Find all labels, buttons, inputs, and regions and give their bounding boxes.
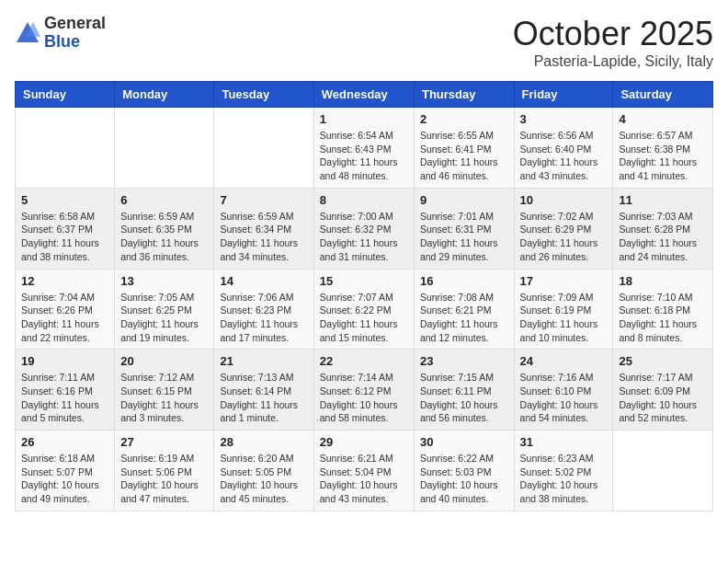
day-number: 15 <box>320 274 408 288</box>
day-number: 26 <box>21 435 108 449</box>
day-cell <box>613 431 713 511</box>
day-info: Sunrise: 6:56 AM Sunset: 6:40 PM Dayligh… <box>520 129 608 183</box>
week-row-3: 12Sunrise: 7:04 AM Sunset: 6:26 PM Dayli… <box>16 269 713 350</box>
day-info: Sunrise: 7:16 AM Sunset: 6:10 PM Dayligh… <box>520 371 608 425</box>
page-header: General Blue October 2025 Pasteria-Lapid… <box>15 15 713 70</box>
day-number: 13 <box>120 274 208 288</box>
day-info: Sunrise: 7:00 AM Sunset: 6:32 PM Dayligh… <box>320 210 408 264</box>
day-cell: 27Sunrise: 6:19 AM Sunset: 5:06 PM Dayli… <box>115 431 214 511</box>
day-info: Sunrise: 7:07 AM Sunset: 6:22 PM Dayligh… <box>320 291 408 345</box>
day-number: 24 <box>520 354 608 368</box>
day-cell: 13Sunrise: 7:05 AM Sunset: 6:25 PM Dayli… <box>115 269 214 350</box>
week-row-2: 5Sunrise: 6:58 AM Sunset: 6:37 PM Daylig… <box>16 188 713 269</box>
day-cell: 17Sunrise: 7:09 AM Sunset: 6:19 PM Dayli… <box>514 269 613 350</box>
day-cell: 31Sunrise: 6:23 AM Sunset: 5:02 PM Dayli… <box>514 431 613 511</box>
week-row-4: 19Sunrise: 7:11 AM Sunset: 6:16 PM Dayli… <box>16 350 713 431</box>
day-cell: 23Sunrise: 7:15 AM Sunset: 6:11 PM Dayli… <box>414 350 514 431</box>
day-number: 3 <box>520 112 608 126</box>
day-info: Sunrise: 7:02 AM Sunset: 6:29 PM Dayligh… <box>520 210 608 264</box>
logo: General Blue <box>15 15 106 52</box>
day-cell: 5Sunrise: 6:58 AM Sunset: 6:37 PM Daylig… <box>16 188 115 269</box>
day-info: Sunrise: 6:21 AM Sunset: 5:04 PM Dayligh… <box>320 452 408 506</box>
day-cell: 29Sunrise: 6:21 AM Sunset: 5:04 PM Dayli… <box>313 431 414 511</box>
day-info: Sunrise: 7:15 AM Sunset: 6:11 PM Dayligh… <box>420 371 508 425</box>
day-number: 4 <box>619 112 707 126</box>
day-cell: 19Sunrise: 7:11 AM Sunset: 6:16 PM Dayli… <box>16 350 115 431</box>
week-row-1: 1Sunrise: 6:54 AM Sunset: 6:43 PM Daylig… <box>16 108 713 189</box>
logo-icon <box>15 20 40 46</box>
weekday-header-wednesday: Wednesday <box>313 82 414 108</box>
day-info: Sunrise: 6:22 AM Sunset: 5:03 PM Dayligh… <box>420 452 508 506</box>
day-cell: 4Sunrise: 6:57 AM Sunset: 6:38 PM Daylig… <box>613 108 713 189</box>
day-info: Sunrise: 7:11 AM Sunset: 6:16 PM Dayligh… <box>21 371 108 425</box>
day-info: Sunrise: 7:05 AM Sunset: 6:25 PM Dayligh… <box>120 291 208 345</box>
day-info: Sunrise: 6:58 AM Sunset: 6:37 PM Dayligh… <box>21 210 108 264</box>
day-number: 25 <box>619 354 707 368</box>
day-info: Sunrise: 7:12 AM Sunset: 6:15 PM Dayligh… <box>120 371 208 425</box>
weekday-header-thursday: Thursday <box>414 82 514 108</box>
day-info: Sunrise: 7:09 AM Sunset: 6:19 PM Dayligh… <box>520 291 608 345</box>
day-info: Sunrise: 7:10 AM Sunset: 6:18 PM Dayligh… <box>619 291 707 345</box>
weekday-header-tuesday: Tuesday <box>214 82 313 108</box>
day-info: Sunrise: 7:01 AM Sunset: 6:31 PM Dayligh… <box>420 210 508 264</box>
day-number: 14 <box>220 274 307 288</box>
day-cell: 25Sunrise: 7:17 AM Sunset: 6:09 PM Dayli… <box>613 350 713 431</box>
day-number: 18 <box>619 274 707 288</box>
day-cell <box>115 108 214 189</box>
day-cell: 22Sunrise: 7:14 AM Sunset: 6:12 PM Dayli… <box>313 350 414 431</box>
day-info: Sunrise: 7:04 AM Sunset: 6:26 PM Dayligh… <box>21 291 108 345</box>
day-cell: 8Sunrise: 7:00 AM Sunset: 6:32 PM Daylig… <box>313 188 414 269</box>
day-info: Sunrise: 7:08 AM Sunset: 6:21 PM Dayligh… <box>420 291 508 345</box>
day-cell: 10Sunrise: 7:02 AM Sunset: 6:29 PM Dayli… <box>514 188 613 269</box>
day-cell: 3Sunrise: 6:56 AM Sunset: 6:40 PM Daylig… <box>514 108 613 189</box>
day-info: Sunrise: 6:59 AM Sunset: 6:35 PM Dayligh… <box>120 210 208 264</box>
day-cell: 28Sunrise: 6:20 AM Sunset: 5:05 PM Dayli… <box>214 431 313 511</box>
day-info: Sunrise: 7:13 AM Sunset: 6:14 PM Dayligh… <box>220 371 307 425</box>
day-info: Sunrise: 6:19 AM Sunset: 5:06 PM Dayligh… <box>120 452 208 506</box>
weekday-header-monday: Monday <box>115 82 214 108</box>
day-info: Sunrise: 6:18 AM Sunset: 5:07 PM Dayligh… <box>21 452 108 506</box>
day-cell: 16Sunrise: 7:08 AM Sunset: 6:21 PM Dayli… <box>414 269 514 350</box>
weekday-header-sunday: Sunday <box>16 82 115 108</box>
day-info: Sunrise: 6:54 AM Sunset: 6:43 PM Dayligh… <box>320 129 408 183</box>
day-number: 22 <box>320 354 408 368</box>
day-number: 21 <box>220 354 307 368</box>
day-number: 16 <box>420 274 508 288</box>
day-number: 8 <box>320 193 408 207</box>
day-number: 11 <box>619 193 707 207</box>
day-number: 6 <box>120 193 208 207</box>
day-number: 10 <box>520 193 608 207</box>
title-block: October 2025 Pasteria-Lapide, Sicily, It… <box>513 15 713 70</box>
day-number: 23 <box>420 354 508 368</box>
day-number: 31 <box>520 435 608 449</box>
day-cell: 6Sunrise: 6:59 AM Sunset: 6:35 PM Daylig… <box>115 188 214 269</box>
day-cell: 14Sunrise: 7:06 AM Sunset: 6:23 PM Dayli… <box>214 269 313 350</box>
day-info: Sunrise: 6:57 AM Sunset: 6:38 PM Dayligh… <box>619 129 707 183</box>
day-number: 2 <box>420 112 508 126</box>
day-cell: 11Sunrise: 7:03 AM Sunset: 6:28 PM Dayli… <box>613 188 713 269</box>
day-number: 20 <box>120 354 208 368</box>
day-number: 29 <box>320 435 408 449</box>
logo-text: General Blue <box>44 15 106 52</box>
day-cell: 18Sunrise: 7:10 AM Sunset: 6:18 PM Dayli… <box>613 269 713 350</box>
day-cell: 20Sunrise: 7:12 AM Sunset: 6:15 PM Dayli… <box>115 350 214 431</box>
day-info: Sunrise: 7:17 AM Sunset: 6:09 PM Dayligh… <box>619 371 707 425</box>
calendar-table: SundayMondayTuesdayWednesdayThursdayFrid… <box>15 81 713 511</box>
day-cell: 26Sunrise: 6:18 AM Sunset: 5:07 PM Dayli… <box>16 431 115 511</box>
location-subtitle: Pasteria-Lapide, Sicily, Italy <box>513 53 713 70</box>
day-cell <box>214 108 313 189</box>
day-cell: 12Sunrise: 7:04 AM Sunset: 6:26 PM Dayli… <box>16 269 115 350</box>
day-info: Sunrise: 7:03 AM Sunset: 6:28 PM Dayligh… <box>619 210 707 264</box>
day-number: 9 <box>420 193 508 207</box>
day-number: 12 <box>21 274 108 288</box>
day-cell: 21Sunrise: 7:13 AM Sunset: 6:14 PM Dayli… <box>214 350 313 431</box>
day-cell: 7Sunrise: 6:59 AM Sunset: 6:34 PM Daylig… <box>214 188 313 269</box>
day-info: Sunrise: 7:14 AM Sunset: 6:12 PM Dayligh… <box>320 371 408 425</box>
day-number: 5 <box>21 193 108 207</box>
day-info: Sunrise: 6:23 AM Sunset: 5:02 PM Dayligh… <box>520 452 608 506</box>
day-number: 17 <box>520 274 608 288</box>
day-number: 1 <box>320 112 408 126</box>
day-number: 19 <box>21 354 108 368</box>
day-cell: 24Sunrise: 7:16 AM Sunset: 6:10 PM Dayli… <box>514 350 613 431</box>
day-cell: 2Sunrise: 6:55 AM Sunset: 6:41 PM Daylig… <box>414 108 514 189</box>
